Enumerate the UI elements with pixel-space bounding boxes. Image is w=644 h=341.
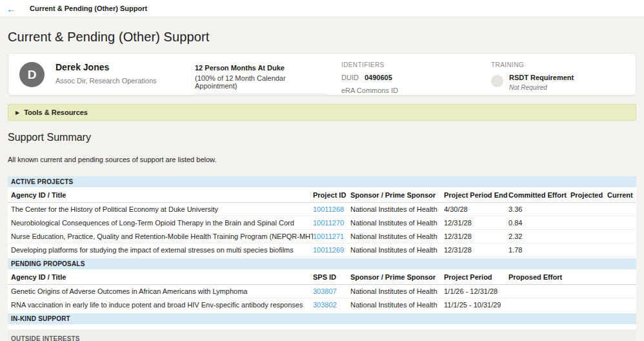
person-months-detail: (100% of 12 Month Calendar Appointment) — [195, 74, 327, 90]
section-spacer — [8, 324, 636, 329]
training-requirement-status: Not Required — [509, 84, 574, 91]
project-title: Nurse Education, Practice, Quality and R… — [8, 232, 313, 240]
project-id-link[interactable]: 10011270 — [313, 219, 350, 227]
committed-effort: 0.84 — [508, 219, 570, 227]
table-row: Genetic Origins of Adverse Outcomes in A… — [8, 285, 636, 298]
project-title: Neurobiological Consequences of Long-Ter… — [8, 219, 313, 227]
sps-id-link[interactable]: 303802 — [313, 301, 350, 309]
section-header-pending-proposals: PENDING PROPOSALS — [8, 258, 636, 269]
avatar: D — [19, 62, 45, 87]
pending-proposals-header-row: Agency ID / Title SPS ID Sponsor / Prime… — [8, 269, 636, 285]
project-id-link[interactable]: 10011269 — [313, 246, 350, 254]
table-row: The Center for the History of Political … — [8, 203, 636, 216]
project-sponsor: National Institutes of Health — [350, 232, 444, 240]
person-card: D Derek Jones Assoc Dir, Research Operat… — [8, 53, 636, 96]
support-summary-title: Support Summary — [8, 132, 636, 143]
project-period-end: 12/31/28 — [444, 232, 508, 240]
committed-effort: 1.78 — [508, 246, 570, 254]
project-title: Developing platforms for studying the im… — [8, 246, 313, 254]
table-row: Developing platforms for studying the im… — [8, 243, 636, 257]
person-months-block: 12 Person Months At Duke (100% of 12 Mon… — [195, 64, 327, 94]
column-header: Agency ID / Title — [8, 191, 313, 199]
identifiers-block: IDENTIFIERS DUID 0490605 eRA Commons ID — [341, 61, 398, 94]
section-header-outside-interests: OUTSIDE INTERESTS — [8, 329, 636, 341]
project-sponsor: National Institutes of Health — [350, 205, 444, 213]
support-tables: ACTIVE PROJECTS Agency ID / Title Projec… — [8, 176, 636, 341]
project-period-end: 12/31/28 — [444, 246, 508, 254]
back-arrow-icon[interactable]: ← — [6, 3, 22, 14]
project-period-end: 12/31/28 — [444, 219, 508, 227]
page-title: Current & Pending (Other) Support — [8, 30, 636, 45]
table-row: Nurse Education, Practice, Quality and R… — [8, 230, 636, 243]
expand-arrow-icon: ▶ — [15, 110, 19, 116]
column-header: Current — [607, 191, 636, 199]
column-header: Project ID — [313, 191, 350, 199]
person-months-title: 12 Person Months At Duke — [195, 64, 327, 72]
column-header: Project Period End — [444, 191, 508, 199]
column-header: SPS ID — [313, 273, 350, 281]
person-name-block: Derek Jones Assoc Dir, Research Operatio… — [55, 62, 157, 85]
training-texts: RSDT Requirement Not Required — [509, 74, 574, 91]
training-body: RSDT Requirement Not Required — [491, 74, 574, 91]
column-header: Projected — [570, 191, 607, 199]
table-row: RNA vaccination in early life to induce … — [8, 298, 636, 312]
committed-effort: 3.36 — [508, 205, 570, 213]
column-header: Sponsor / Prime Sponsor — [350, 191, 444, 199]
project-id-link[interactable]: 10011271 — [313, 232, 350, 240]
duid-label: DUID — [341, 74, 359, 81]
active-projects-header-row: Agency ID / Title Project ID Sponsor / P… — [8, 187, 636, 203]
project-period-end: 4/30/28 — [444, 205, 508, 213]
duid-row: DUID 0490605 — [341, 74, 398, 81]
support-summary-description: All known current and pending sources of… — [8, 156, 636, 163]
training-label: TRAINING — [491, 61, 574, 68]
proposal-period: 1/1/26 - 12/31/28 — [444, 287, 508, 295]
identifiers-label: IDENTIFIERS — [341, 61, 398, 68]
proposal-title: RNA vaccination in early life to induce … — [8, 301, 313, 309]
sps-id-link[interactable]: 303807 — [313, 287, 350, 295]
page-content: Current & Pending (Other) Support D Dere… — [0, 30, 644, 341]
person-role: Assoc Dir, Research Operations — [55, 77, 157, 85]
column-header: Proposed Effort — [508, 273, 636, 281]
proposal-title: Genetic Origins of Adverse Outcomes in A… — [8, 287, 313, 295]
project-id-link[interactable]: 10011268 — [313, 205, 350, 213]
person-name: Derek Jones — [55, 62, 157, 72]
topbar-title: Current & Pending (Other) Support — [30, 5, 147, 12]
duid-value: 0490605 — [365, 74, 392, 81]
tools-resources-expander[interactable]: ▶ Tools & Resources — [8, 104, 636, 121]
section-header-active-projects: ACTIVE PROJECTS — [8, 176, 636, 187]
proposal-period: 11/1/25 - 10/31/29 — [444, 301, 508, 309]
project-sponsor: National Institutes of Health — [350, 246, 444, 254]
committed-effort: 2.32 — [508, 232, 570, 240]
project-sponsor: National Institutes of Health — [350, 219, 444, 227]
training-requirement-name: RSDT Requirement — [509, 74, 574, 81]
top-app-bar: ← Current & Pending (Other) Support — [0, 0, 644, 17]
project-title: The Center for the History of Political … — [8, 205, 313, 213]
tools-resources-label: Tools & Resources — [24, 108, 88, 116]
column-header: Sponsor / Prime Sponsor — [350, 273, 444, 281]
column-header: Committed Effort — [508, 191, 570, 199]
table-row: Neurobiological Consequences of Long-Ter… — [8, 216, 636, 230]
era-commons-label: eRA Commons ID — [341, 87, 398, 94]
proposal-sponsor: National Institutes of Health — [350, 301, 444, 309]
column-header: Agency ID / Title — [8, 273, 313, 281]
section-header-in-kind-support: IN-KIND SUPPORT — [8, 313, 636, 324]
training-status-icon — [491, 75, 503, 87]
proposal-sponsor: National Institutes of Health — [350, 287, 444, 295]
training-block: TRAINING RSDT Requirement Not Required — [491, 61, 574, 91]
column-header: Project Period — [444, 273, 508, 281]
